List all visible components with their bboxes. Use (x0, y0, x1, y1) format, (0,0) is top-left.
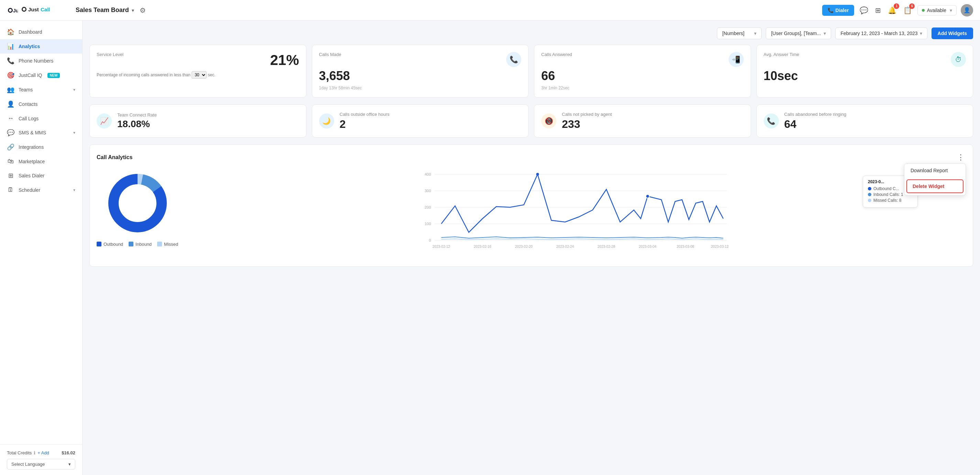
inbound-line (442, 237, 724, 238)
status-chevron-icon: ▾ (950, 8, 952, 13)
sidebar-item-scheduler[interactable]: 🗓 Scheduler ▾ (0, 183, 82, 197)
svg-text:400: 400 (425, 172, 431, 176)
dialer-icon: 📞 (828, 8, 834, 13)
line-chart-svg: 400 300 200 100 0 2023-02-12 2023-02-16 (185, 169, 966, 258)
calls-made-card: Calls Made 📞 3,658 1day 13hr 58min 45sec (312, 44, 529, 98)
sidebar-item-sales-dialer[interactable]: ⊞ Sales Dialer (0, 168, 82, 183)
notifications-button[interactable]: 🔔 1 (886, 5, 898, 16)
calls-answered-label: Calls Answered (541, 52, 572, 57)
team-connect-rate-value: 18.08% (117, 119, 299, 130)
page-title-text: Sales Team Board (76, 6, 129, 14)
avg-answer-time-label: Avg. Answer Time (764, 52, 799, 57)
seconds-select[interactable]: 306090 (191, 71, 207, 79)
avg-answer-time-icon: ⏱ (951, 52, 966, 67)
top-header: JustCall Just Call Sales Team Board ▾ ⚙ … (0, 0, 980, 21)
chart-dot (536, 173, 539, 176)
credits-amount: $16.02 (62, 450, 75, 455)
calls-abandoned-label: Calls abandoned before ringing (784, 112, 966, 117)
more-options-button[interactable]: ⋮ (956, 152, 966, 163)
chat-button[interactable]: 💬 (858, 5, 870, 16)
calls-outside-hours-card: 🌙 Calls outside office hours 2 (312, 105, 529, 138)
missed-legend-dot (157, 241, 162, 246)
donut-chart (103, 169, 172, 237)
context-menu: Download Report Delete Widget (904, 163, 966, 195)
chart-highlight-dot (646, 195, 649, 198)
lang-chevron-icon: ▾ (68, 462, 71, 467)
phone-icon: 📞 (7, 57, 14, 65)
scheduler-icon: 🗓 (7, 186, 14, 194)
svg-text:Just: Just (28, 6, 39, 13)
calls-outside-hours-icon: 🌙 (319, 113, 334, 129)
svg-text:2023-03-04: 2023-03-04 (639, 245, 657, 248)
service-level-card: Service Level 21% Percentage of incoming… (89, 44, 306, 98)
avg-answer-time-value: 10sec (764, 69, 966, 83)
sidebar-item-phone-numbers[interactable]: 📞 Phone Numbers (0, 54, 82, 68)
sidebar-item-contacts[interactable]: 👤 Contacts (0, 97, 82, 111)
calls-made-label: Calls Made (319, 52, 342, 57)
date-caret-icon: ▾ (920, 30, 922, 36)
sidebar: 🏠 Dashboard 📊 Analytics 📞 Phone Numbers … (0, 21, 83, 475)
download-report-item[interactable]: Download Report (904, 164, 966, 177)
tooltip-missed: Missed Calls: 8 (868, 198, 913, 203)
logo-area: JustCall Just Call (7, 4, 76, 16)
messages-button[interactable]: 📋 6 (902, 5, 913, 16)
marketplace-icon: 🛍 (7, 158, 14, 165)
add-widgets-button[interactable]: Add Widgets (932, 27, 973, 39)
dialer-button[interactable]: 📞 Dialer (822, 5, 854, 16)
call-logs-icon: ↔ (7, 115, 14, 122)
sidebar-item-call-logs[interactable]: ↔ Call Logs (0, 111, 82, 126)
scheduler-arrow-icon: ▾ (73, 187, 75, 192)
chart-area: Outbound Inbound Missed (97, 169, 966, 259)
avg-answer-time-card: Avg. Answer Time ⏱ 10sec (756, 44, 974, 98)
inbound-legend-dot (129, 241, 134, 246)
calls-abandoned-value: 64 (784, 118, 966, 130)
messages-badge: 6 (909, 3, 915, 9)
calls-outside-hours-label: Calls outside office hours (340, 112, 522, 117)
legend-inbound: Inbound (129, 241, 152, 247)
page-title-area[interactable]: Sales Team Board ▾ (76, 6, 134, 14)
svg-text:JustCall: JustCall (13, 8, 18, 13)
sms-icon: 💬 (7, 129, 14, 137)
sidebar-item-sms-mms[interactable]: 💬 SMS & MMS ▾ (0, 126, 82, 140)
language-dropdown[interactable]: Select Language ▾ (7, 459, 75, 470)
team-button[interactable]: ⊞ (874, 5, 882, 16)
calls-outside-hours-value: 2 (340, 118, 522, 130)
numbers-filter[interactable]: [Numbers] ▾ (717, 27, 762, 39)
calls-answered-card: Calls Answered 📲 66 3hr 1min 22sec (534, 44, 751, 98)
status-dropdown[interactable]: Available ▾ (917, 5, 957, 16)
svg-point-4 (23, 8, 25, 11)
integrations-icon: 🔗 (7, 143, 14, 151)
sidebar-item-dashboard[interactable]: 🏠 Dashboard (0, 25, 82, 39)
calls-made-icon: 📞 (506, 52, 521, 67)
team-connect-rate-icon: 📈 (97, 113, 112, 129)
header-center: Sales Team Board ▾ ⚙ (76, 5, 822, 16)
sidebar-nav: 🏠 Dashboard 📊 Analytics 📞 Phone Numbers … (0, 21, 82, 445)
delete-widget-item[interactable]: Delete Widget (907, 180, 964, 193)
groups-filter[interactable]: [User Groups], [Team... ▾ (766, 27, 831, 39)
date-filter[interactable]: February 12, 2023 - March 13, 2023 ▾ (835, 27, 927, 39)
contacts-icon: 👤 (7, 100, 14, 108)
user-avatar[interactable]: 👤 (961, 4, 973, 16)
missed-line (442, 239, 724, 240)
sidebar-footer: Total Credits ℹ + Add $16.02 Select Lang… (0, 445, 82, 475)
settings-button[interactable]: ⚙ (138, 5, 147, 16)
legend-outbound: Outbound (97, 241, 123, 247)
sidebar-item-justcall-iq[interactable]: 🎯 JustCall IQ NEW (0, 68, 82, 83)
call-analytics-section: Call Analytics ⋮ Download Report Delete … (89, 145, 973, 267)
service-level-label: Service Level (97, 52, 123, 57)
filters-row: [Numbers] ▾ [User Groups], [Team... ▾ Fe… (89, 27, 973, 39)
analytics-title: Call Analytics (97, 154, 132, 160)
metrics-row-1: Service Level 21% Percentage of incoming… (89, 44, 973, 98)
sidebar-item-teams[interactable]: 👥 Teams ▾ (0, 83, 82, 97)
team-connect-rate-card: 📈 Team Connect Rate 18.08% (89, 105, 306, 138)
legend-missed: Missed (157, 241, 178, 247)
iq-icon: 🎯 (7, 71, 14, 79)
add-credits-link[interactable]: + Add (38, 450, 49, 455)
sidebar-item-analytics[interactable]: 📊 Analytics (0, 39, 82, 54)
sidebar-item-marketplace[interactable]: 🛍 Marketplace (0, 154, 82, 168)
sales-dialer-icon: ⊞ (7, 172, 14, 180)
calls-abandoned-card: 📞 Calls abandoned before ringing 64 (756, 105, 974, 138)
sidebar-item-integrations[interactable]: 🔗 Integrations (0, 140, 82, 154)
svg-point-1 (9, 9, 12, 12)
svg-text:300: 300 (425, 189, 431, 193)
